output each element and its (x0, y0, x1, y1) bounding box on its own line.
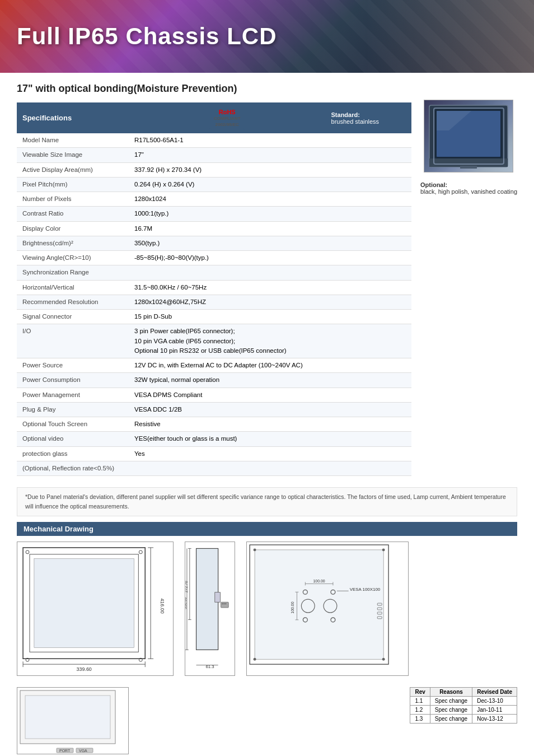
svg-text:339.60: 339.60 (77, 666, 92, 672)
rev-date: Dec-13-10 (472, 696, 517, 705)
spec-label: Synchronization Range (17, 265, 129, 280)
spec-label: Pixel Pitch(mm) (17, 177, 129, 192)
svg-rect-37 (255, 550, 383, 659)
spec-header-label: Specifications (17, 102, 129, 133)
spec-label: Display Color (17, 221, 129, 236)
svg-rect-35 (225, 603, 226, 604)
spec-value: 1280x1024 (129, 192, 326, 207)
spec-value: VESA DDC 1/2B (129, 402, 326, 417)
spec-value: YES(either touch or glass is a must) (129, 432, 326, 446)
spec-label: Signal Connector (17, 310, 129, 324)
mech-header: Mechanical Drawing (17, 522, 517, 536)
svg-rect-22 (215, 592, 221, 602)
top-info-row: Specifications RoHS COMPLIANT 2002/95/EC (17, 102, 411, 476)
mech-drawings-row: 339.60 416.00 272.70 (17, 542, 517, 676)
spec-row: (Optional, Reflection rate<0.5%) (17, 461, 411, 475)
spec-value: R17L500-65A1-1 (129, 133, 326, 148)
spec-value: 15 pin D-Sub (129, 310, 326, 324)
spec-row: Recommended Resolution1280x1024@60HZ,75H… (17, 295, 411, 309)
back-view-svg: VESA 100X100 100.00 100.00 (247, 542, 408, 675)
spec-extra (326, 251, 411, 265)
spec-value: 1280x1024@60HZ,75HZ (129, 295, 326, 309)
spec-value: 31.5~80.0KHz / 60~75Hz (129, 280, 326, 295)
svg-text:61.3: 61.3 (205, 664, 214, 669)
spec-row: Active Display Area(mm)337.92 (H) x 270.… (17, 162, 411, 177)
date-col-header: Revised Date (472, 687, 517, 696)
svg-rect-4 (429, 158, 508, 167)
spec-label: Horizontal/Vertical (17, 280, 129, 295)
spec-row: I/O3 pin Power cable(IP65 connector); 10… (17, 324, 411, 358)
svg-text:272.70: 272.70 (185, 581, 188, 592)
spec-value: 17" (129, 148, 326, 162)
spec-row: Power ManagementVESA DPMS Compliant (17, 388, 411, 402)
spec-extra (326, 148, 411, 162)
svg-marker-3 (437, 111, 471, 130)
spec-row: Synchronization Range (17, 265, 411, 280)
spec-extra (326, 295, 411, 309)
svg-point-58 (254, 548, 256, 551)
spec-label: Recommended Resolution (17, 295, 129, 309)
standard-header: Standard: brushed stainless (326, 102, 411, 133)
spec-extra (326, 177, 411, 192)
spec-row: Viewable Size Image17" (17, 148, 411, 162)
rohs-code: 2002/95/EC (214, 122, 241, 128)
spec-row: Number of Pixels1280x1024 (17, 192, 411, 207)
spec-value: 3 pin Power cable(IP65 connector); 10 pi… (129, 324, 326, 358)
spec-extra (326, 461, 411, 475)
spec-row: Pixel Pitch(mm)0.264 (H) x 0.264 (V) (17, 177, 411, 192)
bottom-section: PORT VGA Rev Reasons Revised Date 1.1Spe… (17, 687, 517, 754)
svg-point-59 (382, 548, 385, 551)
spec-extra (326, 402, 411, 417)
spec-value: -85~85(H);-80~80(V)(typ.) (129, 251, 326, 265)
spec-label: Power Management (17, 388, 129, 402)
spec-value: 16.7M (129, 221, 326, 236)
svg-text:100.00: 100.00 (313, 579, 325, 583)
standard-value: brushed stainless (331, 118, 380, 125)
spec-row: Plug & PlayVESA DDC 1/2B (17, 402, 411, 417)
svg-point-60 (254, 657, 256, 660)
spec-extra (326, 417, 411, 432)
note-box: *Due to Panel material's deviation, diff… (17, 487, 517, 516)
spec-label: Plug & Play (17, 402, 129, 417)
svg-text:100.00: 100.00 (291, 601, 295, 613)
revision-row: 1.3Spec changeNov-13-12 (410, 714, 517, 723)
spec-label: Viewing Angle(CR>=10) (17, 251, 129, 265)
svg-rect-34 (223, 603, 224, 604)
spec-value: Resistive (129, 417, 326, 432)
revision-row: 1.1Spec changeDec-13-10 (410, 696, 517, 705)
product-image (424, 100, 513, 172)
spec-label: Active Display Area(mm) (17, 162, 129, 177)
spec-label: Power Consumption (17, 373, 129, 388)
spec-extra (326, 265, 411, 280)
spec-row: Optional videoYES(either touch or glass … (17, 432, 411, 446)
header-decoration (366, 0, 534, 73)
spec-extra (326, 207, 411, 221)
revision-table: Rev Reasons Revised Date 1.1Spec changeD… (410, 687, 517, 724)
spec-label: Power Source (17, 358, 129, 373)
section-title: 17" with optical bonding(Moisture Preven… (17, 83, 411, 95)
svg-text:PORT: PORT (59, 749, 71, 753)
svg-rect-8 (34, 558, 134, 647)
spec-extra (326, 446, 411, 461)
svg-text:VGA: VGA (79, 749, 87, 753)
spec-extra (326, 358, 411, 373)
spec-row: protection glassYes (17, 446, 411, 461)
optional-value: black, high polish, vanished coating (420, 188, 517, 195)
spec-label: (Optional, Reflection rate<0.5%) (17, 461, 129, 475)
svg-point-9 (26, 550, 29, 554)
spec-extra (326, 432, 411, 446)
spec-row: Power Consumption32W typical, normal ope… (17, 373, 411, 388)
svg-point-61 (382, 657, 385, 660)
spec-value (129, 265, 326, 280)
spec-extra (326, 192, 411, 207)
spec-extra (326, 133, 411, 148)
spec-value: 350(typ.) (129, 236, 326, 250)
spec-extra (326, 162, 411, 177)
rev-number: 1.2 (410, 705, 430, 714)
rev-date: Nov-13-12 (472, 714, 517, 723)
standard-label: Standard: (331, 111, 360, 118)
main-content: 17" with optical bonding(Moisture Preven… (0, 73, 534, 756)
spec-row: Signal Connector15 pin D-Sub (17, 310, 411, 324)
revision-row: 1.2Spec changeJan-10-11 (410, 705, 517, 714)
spec-row: Optional Touch ScreenResistive (17, 417, 411, 432)
